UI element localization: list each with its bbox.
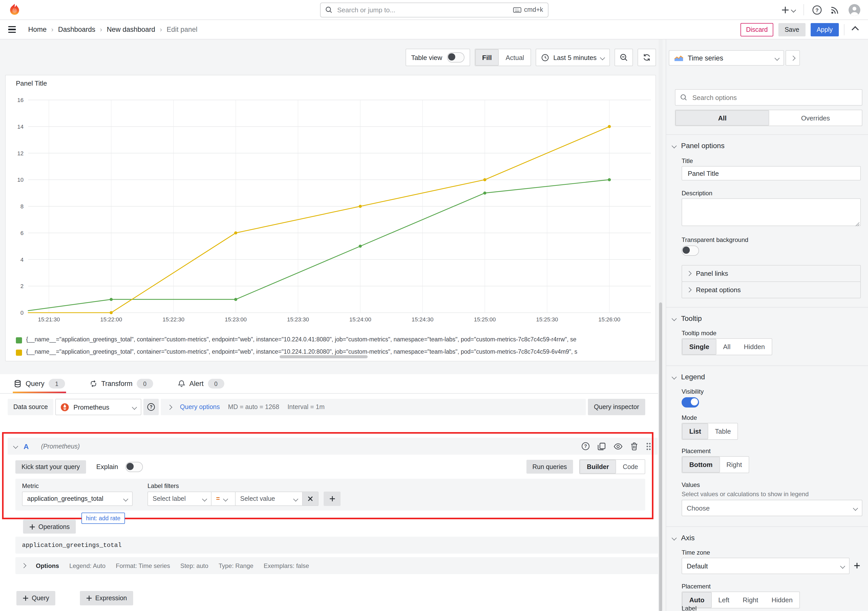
user-avatar[interactable]	[848, 3, 861, 16]
avatar-icon	[848, 3, 861, 16]
timezone-select[interactable]: Default	[682, 558, 849, 574]
legend-item[interactable]: {__name__="application_greetings_total",…	[16, 336, 651, 348]
explain-toggle[interactable]	[125, 462, 143, 472]
breadcrumb-new-dashboard[interactable]: New dashboard	[107, 26, 155, 33]
tooltip-single-option[interactable]: Single	[682, 339, 716, 355]
toggle-viz-picker-button[interactable]	[786, 50, 800, 65]
apply-button[interactable]: Apply	[811, 23, 839, 36]
panel-title-field[interactable]	[682, 166, 861, 180]
svg-text:16: 16	[17, 97, 23, 103]
query-inspector-button[interactable]: Query inspector	[588, 399, 645, 415]
filter-overrides-option[interactable]: Overrides	[769, 110, 862, 126]
legend-visibility-toggle[interactable]	[682, 397, 699, 407]
refresh-button[interactable]	[637, 49, 656, 66]
actual-option[interactable]: Actual	[499, 49, 531, 65]
axis-right-option[interactable]: Right	[736, 592, 765, 608]
legend-values-select[interactable]: Choose	[682, 500, 862, 516]
query-help-button[interactable]: ?	[581, 442, 590, 451]
time-series-chart[interactable]: 15:21:3015:22:0015:22:3015:23:0015:23:30…	[6, 90, 656, 335]
add-filter-button[interactable]	[324, 491, 341, 506]
builder-option[interactable]: Builder	[580, 460, 616, 474]
tooltip-all-option[interactable]: All	[716, 339, 737, 355]
options-search[interactable]	[675, 89, 862, 106]
time-range-picker[interactable]: Last 5 minutes	[536, 49, 610, 66]
panel-title-input[interactable]	[687, 169, 856, 177]
repeat-options-section[interactable]: Repeat options	[682, 281, 861, 299]
metric-select[interactable]: application_greetings_total	[22, 491, 133, 506]
add-query-button[interactable]: Query	[16, 591, 55, 605]
legend-right-option[interactable]: Right	[720, 457, 749, 473]
help-button[interactable]: ?	[812, 5, 822, 15]
add-operations-button[interactable]: Operations	[23, 520, 76, 533]
legend-table-option[interactable]: Table	[708, 423, 738, 439]
hint-add-rate-button[interactable]: hint: add rate	[81, 513, 125, 524]
options-search-input[interactable]	[691, 93, 857, 102]
datasource-help-button[interactable]: ?	[144, 399, 159, 415]
chevron-right-icon	[21, 563, 26, 568]
axis-section-header[interactable]: Axis	[673, 533, 694, 542]
delete-query-button[interactable]	[630, 442, 638, 450]
zoom-out-button[interactable]	[614, 49, 633, 66]
grip-dots-icon	[646, 442, 651, 450]
tab-alert[interactable]: Alert 0	[177, 374, 225, 393]
select-value-dropdown[interactable]: Select value	[236, 491, 303, 506]
query-options-toggle[interactable]: Query options MD = auto = 1268 Interval …	[161, 399, 586, 415]
legend-item[interactable]: {__name__="application_greetings_total",…	[16, 348, 651, 361]
save-button[interactable]: Save	[778, 23, 805, 36]
remove-filter-button[interactable]	[303, 491, 319, 506]
legend-list-option[interactable]: List	[682, 423, 708, 439]
grafana-logo[interactable]	[7, 3, 22, 17]
main-scrollbar[interactable]	[659, 39, 663, 611]
operator-dropdown[interactable]: =	[211, 491, 236, 506]
transparent-background-toggle[interactable]	[682, 246, 699, 256]
query-expression[interactable]: application_greetings_total	[16, 537, 659, 553]
axis-hidden-option[interactable]: Hidden	[765, 592, 799, 608]
add-timezone-button[interactable]	[854, 562, 860, 569]
menu-toggle-button[interactable]	[7, 25, 17, 34]
search-input[interactable]	[336, 5, 509, 14]
global-search[interactable]: cmd+k	[320, 2, 548, 17]
svg-text:?: ?	[584, 444, 587, 449]
panel-links-label: Panel links	[696, 270, 728, 277]
options-sidebar: Time series All Overrides	[666, 39, 868, 611]
chevron-right-icon	[687, 271, 691, 276]
legend-scrollbar[interactable]	[280, 355, 368, 358]
collapse-query-icon[interactable]	[13, 444, 18, 449]
axis-left-option[interactable]: Left	[711, 592, 736, 608]
datasource-picker[interactable]: Prometheus	[56, 399, 142, 415]
discard-button[interactable]: Discard	[741, 23, 773, 36]
svg-text:12: 12	[17, 150, 23, 157]
query-options-summary[interactable]: Options Legend: Auto Format: Time series…	[16, 557, 659, 574]
query-row-header[interactable]: A (Prometheus) ?	[8, 438, 657, 455]
news-button[interactable]	[830, 5, 840, 15]
collapse-options-button[interactable]	[849, 24, 861, 35]
visualization-picker[interactable]: Time series	[669, 50, 784, 65]
table-view-control: Table view	[406, 49, 470, 66]
add-new-button[interactable]	[781, 6, 795, 14]
duplicate-query-button[interactable]	[598, 442, 606, 450]
add-expression-button[interactable]: Expression	[80, 591, 133, 605]
select-label-dropdown[interactable]: Select label	[147, 491, 211, 506]
description-textarea[interactable]	[682, 198, 861, 226]
code-option[interactable]: Code	[616, 460, 645, 474]
drag-handle[interactable]	[646, 442, 651, 450]
breadcrumb-dashboards[interactable]: Dashboards	[58, 26, 96, 33]
tooltip-section-header[interactable]: Tooltip	[673, 314, 702, 322]
panel-options-header[interactable]: Panel options	[673, 141, 725, 150]
legend-section-header[interactable]: Legend	[673, 373, 705, 381]
toggle-query-visibility-button[interactable]	[614, 443, 623, 450]
table-view-toggle[interactable]	[447, 52, 464, 62]
bell-icon	[178, 380, 185, 387]
help-icon: ?	[581, 442, 590, 451]
tooltip-hidden-option[interactable]: Hidden	[737, 339, 772, 355]
panel-links-section[interactable]: Panel links	[682, 265, 861, 282]
filter-all-option[interactable]: All	[676, 110, 769, 126]
kick-start-query-button[interactable]: Kick start your query	[16, 460, 86, 473]
run-queries-button[interactable]: Run queries	[526, 460, 573, 474]
legend-bottom-option[interactable]: Bottom	[682, 457, 720, 473]
fill-option[interactable]: Fill	[475, 49, 499, 65]
tab-transform[interactable]: Transform 0	[88, 374, 154, 393]
breadcrumb-home[interactable]: Home	[28, 26, 46, 33]
tab-query[interactable]: Query 1	[13, 374, 66, 393]
query-options-label: Query options	[180, 403, 220, 410]
